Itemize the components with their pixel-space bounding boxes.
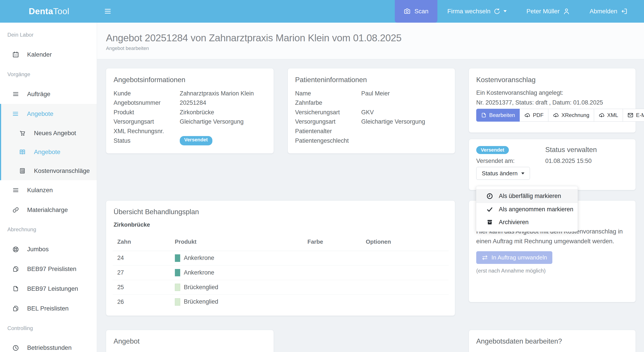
sidebar-item-label: Angebote — [27, 110, 54, 118]
edit-offer-title: Angebotsdaten bearbeiten? — [476, 337, 628, 345]
sidebar-item-angebote[interactable]: Angebote — [1, 104, 97, 124]
sidebar-item-label: Materialcharge — [27, 206, 68, 214]
pdf-label: PDF — [533, 112, 544, 118]
xrechnung-download-button[interactable]: XRechnung — [548, 109, 594, 122]
app-logo[interactable]: DentaTool — [0, 6, 97, 16]
tooth-color-swatch-teal — [175, 269, 180, 276]
xml-download-button[interactable]: XML — [594, 109, 623, 122]
bearbeiten-button[interactable]: Bearbeiten — [476, 109, 520, 122]
sidebar-item-label: Kalender — [27, 51, 52, 58]
column-header-zahn: Zahn — [113, 236, 170, 251]
company-switch-menu[interactable]: Firma wechseln — [438, 8, 516, 15]
copy-icon — [12, 305, 19, 312]
envelope-icon — [627, 112, 634, 118]
sidebar: Dein Labor Kalender Vorgänge Aufträge An… — [0, 23, 97, 352]
cell-zahn: 27 — [113, 266, 170, 280]
email-button[interactable]: E-Mail — [623, 109, 644, 122]
cell-farbe — [303, 294, 361, 309]
logout-icon — [621, 8, 628, 15]
info-label: XML Rechnungsnr. — [114, 126, 180, 136]
scan-label: Scan — [414, 8, 428, 15]
xml-order-number-label: XML Auftragsnummer: — [114, 351, 266, 352]
sidebar-item-materialcharge[interactable]: Materialcharge — [0, 200, 97, 220]
logout-button[interactable]: Abmelden — [580, 8, 644, 15]
tooth-color-swatch-green — [175, 298, 180, 306]
sidebar-section-controlling: Controlling — [0, 318, 97, 338]
convert-to-order-button[interactable]: In Auftrag umwandeln — [476, 251, 552, 264]
logo-bold: Denta — [29, 6, 53, 16]
info-value: Gleichartige Versorgung — [180, 117, 244, 126]
sidebar-item-jumbos[interactable]: Jumbos — [0, 240, 97, 259]
sidebar-section-vorgaenge: Vorgänge — [0, 64, 97, 84]
info-row-status: StatusVersendet — [114, 136, 266, 146]
status-badge: Versendet — [476, 146, 509, 154]
tooth-color-swatch-teal — [175, 254, 180, 262]
estimate-line2: Nr. 20251377, Status: draft , Datum: 01.… — [476, 98, 628, 108]
sidebar-item-angebote-liste[interactable]: Angebote — [1, 142, 97, 161]
menu-item-archive[interactable]: Archivieren — [476, 216, 578, 228]
sidebar-toggle-button[interactable] — [104, 7, 112, 15]
status-grid: Versendet Status verwalten Versendet am:… — [476, 146, 628, 164]
sidebar-item-kulanzen[interactable]: Kulanzen — [0, 180, 97, 200]
sidebar-item-label: Angebote — [34, 148, 60, 156]
sidebar-item-betriebsstunden[interactable]: Betriebsstunden — [0, 338, 97, 352]
info-label: Status — [114, 136, 180, 146]
cell-farbe — [303, 280, 361, 295]
sidebar-item-label: BEB97 Leistungen — [27, 285, 78, 292]
cell-optionen — [361, 251, 449, 266]
info-label: Versorgungsart — [295, 117, 361, 126]
convert-label: In Auftrag umwandeln — [492, 254, 547, 261]
sidebar-item-label: Betriebsstunden — [27, 344, 72, 351]
estimate-button-group: Bearbeiten PDF XRechnung XML — [476, 109, 628, 122]
info-label: Produkt — [114, 108, 180, 117]
info-row: VersorgungsartGleichartige Versorgung — [295, 117, 448, 126]
sidebar-section-abrechnung: Abrechnung — [0, 220, 97, 240]
info-row: Patientenalter — [295, 126, 448, 136]
file-icon — [12, 286, 19, 292]
status-manage-card: Versendet Status verwalten Versendet am:… — [469, 139, 636, 190]
sidebar-item-label: Jumbos — [27, 246, 48, 253]
sidebar-item-auftraege[interactable]: Aufträge — [0, 84, 97, 104]
estimate-title: Kostenvoranschlag — [476, 76, 628, 84]
cell-produkt: Brückenglied — [170, 294, 303, 309]
sidebar-item-kalender[interactable]: Kalender — [0, 45, 97, 64]
sidebar-item-neues-angebot[interactable]: Neues Angebot — [1, 124, 97, 142]
refresh-icon — [494, 8, 500, 15]
pdf-download-button[interactable]: PDF — [520, 109, 548, 122]
page-subtitle: Angebot bearbeiten — [106, 46, 644, 51]
offer-bottom-card: Angebot XML Auftragsnummer: — [106, 330, 274, 352]
sidebar-item-beb97-preislisten[interactable]: BEB97 Preislisten — [0, 259, 97, 279]
scan-button[interactable]: Scan — [395, 0, 438, 23]
produkt-label: Ankerkrone — [184, 269, 214, 276]
menu-item-mark-overdue[interactable]: Als überfällig markieren — [476, 189, 578, 203]
sidebar-item-label: Neues Angebot — [34, 130, 76, 137]
info-label: Zahnfarbe — [295, 98, 361, 108]
user-menu[interactable]: Peter Müller — [516, 8, 580, 15]
swap-arrows-icon — [482, 254, 488, 261]
column-header-farbe: Farbe — [303, 236, 361, 251]
menu-item-mark-accepted[interactable]: Als angenommen markieren — [476, 203, 578, 216]
cell-farbe — [303, 251, 361, 266]
file-icon — [481, 112, 487, 118]
content-area: Angebotsinformationen KundeZahnarztpraxi… — [97, 60, 644, 352]
offer-info-rows: KundeZahnarztpraxis Marion Klein Angebot… — [114, 89, 266, 145]
cloud-download-icon — [598, 112, 605, 118]
treatment-plan-table: Zahn Produkt Farbe Optionen 24 Ankerkron… — [113, 236, 449, 309]
menu-item-label: Archivieren — [499, 219, 528, 226]
sidebar-item-kostenvoranschlaege[interactable]: Kostenvoranschläge — [1, 161, 97, 180]
change-status-label: Status ändern — [482, 170, 518, 177]
sidebar-item-beb97-leistungen[interactable]: BEB97 Leistungen — [0, 279, 97, 299]
book-open-icon — [19, 149, 26, 155]
page-title: Angebot 20251284 von Zahnarztpraxis Mari… — [106, 32, 644, 44]
sent-at-value: 01.08.2025 15:50 — [545, 158, 628, 164]
sidebar-item-bel-preislisten[interactable]: BEL Preislisten — [0, 298, 97, 318]
column-header-produkt: Produkt — [170, 236, 303, 251]
patient-info-card: Patienteninformationen NamePaul Meier Za… — [288, 68, 455, 154]
info-label: Name — [295, 89, 361, 98]
treatment-plan-product: Zirkonbrücke — [106, 222, 455, 228]
info-row: KundeZahnarztpraxis Marion Klein — [114, 89, 266, 98]
top-navbar: DentaTool Scan Firma wechseln Peter Müll… — [0, 0, 644, 23]
change-status-button[interactable]: Status ändern — [476, 167, 530, 180]
info-row: ProduktZirkonbrücke — [114, 108, 266, 117]
info-row: Patientengeschlecht — [295, 136, 448, 146]
